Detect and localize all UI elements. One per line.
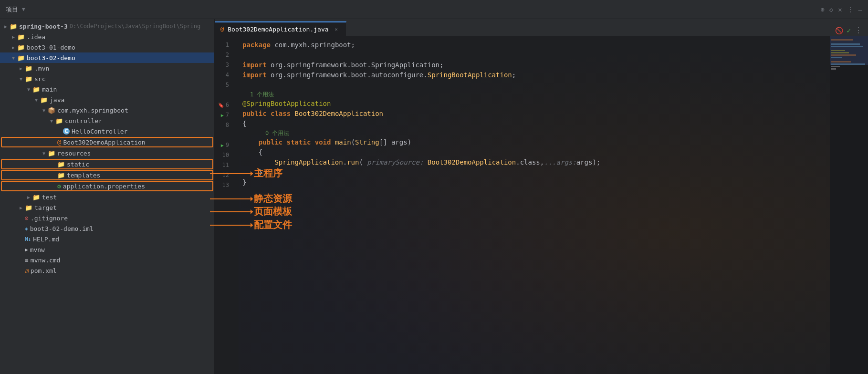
ln-8: 8	[215, 120, 233, 130]
kw-void: void	[315, 137, 331, 147]
close-brace-outer: }	[242, 177, 246, 187]
mini-line-3	[831, 43, 860, 45]
tab-label: Boot302DemoApplication.java	[228, 26, 328, 33]
arrow-main: ▼	[25, 87, 32, 92]
tree-item-boot3-02-demo[interactable]: ▼ 📁 boot3-02-demo	[0, 52, 214, 63]
folder-icon-controller: 📁	[55, 117, 63, 125]
folder-icon-main: 📁	[32, 86, 40, 93]
ln-7: ▶ 7	[215, 110, 233, 120]
ln-comment2	[215, 130, 233, 140]
tree-item-package[interactable]: ▼ 📦 com.myxh.springboot	[0, 105, 214, 115]
tree-item-pom-xml[interactable]: m pom.xml	[0, 265, 214, 276]
tree-item-src[interactable]: ▼ 📁 src	[0, 73, 214, 84]
ln-12: 12	[215, 170, 233, 180]
mini-line-8	[831, 54, 856, 56]
label-main: main	[42, 86, 57, 93]
git-icon: ⊘	[25, 215, 29, 222]
comment-0-usage: 0 个用法	[265, 128, 289, 138]
folder-icon-test: 📁	[32, 194, 40, 201]
import-1-pkg: org.springframework.boot.SpringApplicati…	[267, 60, 444, 70]
label-hello-controller: HelloController	[72, 128, 127, 135]
code-line-6: @SpringBootApplication	[239, 99, 830, 109]
tree-item-templates[interactable]: 📁 templates	[1, 170, 213, 180]
tree-item-test[interactable]: ▶ 📁 test	[0, 192, 214, 202]
tree-item-iml[interactable]: ◈ boot3-02-demo.iml	[0, 223, 214, 234]
args-param: [] args)	[379, 137, 411, 147]
label-boot3-02-demo: boot3-02-demo	[27, 54, 75, 62]
class-icon-hello: C	[63, 128, 70, 135]
diamond-icon[interactable]: ◇	[829, 6, 833, 13]
checkmark-icon[interactable]: ✓	[847, 27, 851, 34]
tab-file-icon: @	[220, 26, 224, 32]
tree-item-application-props[interactable]: ⚙ application.properties	[1, 181, 213, 191]
ln-11: 11	[215, 160, 233, 170]
dot-run: .	[343, 157, 347, 167]
label-java: java	[50, 96, 64, 104]
more-actions-icon[interactable]: ⋮	[855, 26, 862, 35]
comment-1-usage: 1 个用法	[250, 90, 274, 100]
import-2-cls: SpringBootApplication	[428, 70, 512, 80]
tab-close-button[interactable]: ✕	[333, 25, 340, 33]
code-line-5	[239, 80, 830, 90]
label-mvn: .mvn	[34, 65, 49, 72]
args-val: args);	[576, 157, 601, 167]
tree-item-static[interactable]: 📁 static	[1, 159, 213, 169]
ln-comment1	[215, 90, 233, 100]
ln-3: 3	[215, 60, 233, 70]
ln-13: 13	[215, 180, 233, 190]
ln-6: 🔖 6	[215, 100, 233, 110]
label-boot302: Boot302DemoApplication	[63, 139, 145, 146]
minimize-icon[interactable]: —	[858, 6, 862, 13]
tree-item-boot3-01-demo[interactable]: ▶ 📁 boot3-01-demo	[0, 42, 214, 52]
run-7[interactable]: ▶	[221, 110, 224, 120]
tab-boot302[interactable]: @ Boot302DemoApplication.java ✕	[215, 21, 346, 36]
tree-item-help-md[interactable]: M↓ HELP.md	[0, 234, 214, 244]
label-iml: boot3-02-demo.iml	[30, 225, 94, 232]
label-pom-xml: pom.xml	[31, 267, 57, 274]
space-5	[331, 137, 335, 147]
tree-item-gitignore[interactable]: ⊘ .gitignore	[0, 213, 214, 223]
label-controller: controller	[65, 117, 102, 125]
folder-icon-spring-boot-3: 📁	[10, 23, 17, 30]
indent-main	[242, 137, 259, 147]
tree-item-controller[interactable]: ▼ 📁 controller	[0, 115, 214, 126]
tree-item-mvn[interactable]: ▶ 📁 .mvn	[0, 63, 214, 73]
code-line-1: package com.myxh.springboot;	[239, 40, 830, 50]
ln-5: 5	[215, 80, 233, 90]
bookmark-6: 🔖	[218, 100, 224, 110]
tree-item-mvnw[interactable]: ▶ mvnw	[0, 244, 214, 255]
tree-item-mvnw-cmd[interactable]: ≡ mvnw.cmd	[0, 255, 214, 265]
code-line-3: import org.springframework.boot.SpringAp…	[239, 60, 830, 70]
tree-item-resources[interactable]: ▼ 📁 resources	[0, 148, 214, 158]
title-dropdown-icon[interactable]: ▼	[22, 6, 25, 12]
folder-icon-java: 📁	[40, 96, 48, 104]
label-static: static	[67, 161, 89, 168]
menu-icon[interactable]: ⋮	[847, 6, 854, 13]
run-9[interactable]: ▶	[221, 140, 224, 150]
kw-public-2: public	[259, 137, 283, 147]
mini-line-4	[831, 46, 863, 47]
templates-wrapper: 📁 templates	[0, 170, 214, 180]
arrow-resources: ▼	[40, 151, 48, 156]
tree-item-target[interactable]: ▶ 📁 target	[0, 202, 214, 213]
globe-icon[interactable]: ⊕	[820, 6, 824, 13]
title-bar-icons: ⊕ ◇ ✕ ⋮ —	[820, 6, 862, 13]
sidebar[interactable]: ▶ 📁 spring-boot-3 D:\CodeProjects\Java\S…	[0, 19, 215, 374]
tree-item-spring-boot-3[interactable]: ▶ 📁 spring-boot-3 D:\CodeProjects\Java\S…	[0, 21, 214, 31]
label-package: com.myxh.springboot	[57, 107, 128, 114]
tree-item-main[interactable]: ▼ 📁 main	[0, 84, 214, 94]
label-templates: templates	[67, 172, 100, 179]
tree-item-boot302[interactable]: @ Boot302DemoApplication	[1, 137, 213, 147]
close-icon[interactable]: ✕	[838, 6, 842, 13]
ln-2: 2	[215, 50, 233, 60]
tree-item-java[interactable]: ▼ 📁 java	[0, 94, 214, 105]
cmd-icon: ≡	[25, 257, 29, 264]
label-spring-boot-3: spring-boot-3	[19, 23, 68, 30]
eye-slash-icon[interactable]: 🚫	[835, 27, 843, 34]
folder-icon-resources: 📁	[48, 150, 55, 157]
tab-bar: @ Boot302DemoApplication.java ✕ 🚫 ✓ ⋮	[215, 19, 868, 36]
indent-run	[242, 157, 274, 167]
arrow-target: ▶	[17, 205, 25, 210]
tree-item-hello-controller[interactable]: C HelloController	[0, 126, 214, 136]
tree-item-idea[interactable]: ▶ 📁 .idea	[0, 31, 214, 42]
